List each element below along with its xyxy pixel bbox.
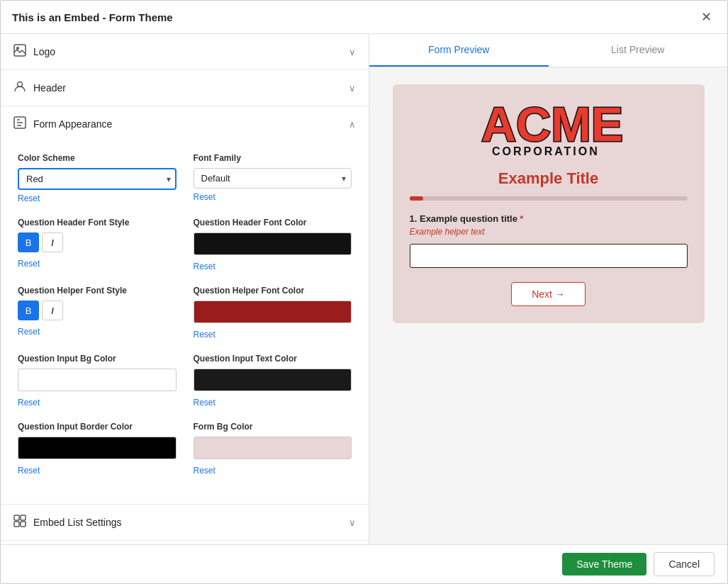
modal-body: Logo ∨ Header ∨ xyxy=(1,34,727,544)
next-button[interactable]: Next → xyxy=(511,282,586,306)
form-question-area: 1. Example question title * Example help… xyxy=(393,213,705,306)
svg-text:ACME: ACME xyxy=(481,99,623,151)
acme-logo-container: ACME CORPORATION xyxy=(393,84,705,169)
accordion-header: Header ∨ xyxy=(1,70,369,106)
color-scheme-group: Color Scheme Red Blue Green Default ▾ xyxy=(18,153,177,203)
accordion-logo-header[interactable]: Logo ∨ xyxy=(1,34,369,69)
left-panel: Logo ∨ Header ∨ xyxy=(1,34,369,544)
accordion-embed-list-header[interactable]: Embed List Settings ∨ xyxy=(1,505,369,540)
form-appearance-chevron: ∧ xyxy=(349,119,356,130)
preview-tabs: Form Preview List Preview xyxy=(369,34,727,67)
form-appearance-body: Color Scheme Red Blue Green Default ▾ xyxy=(1,142,369,504)
font-family-select[interactable]: Default Arial Georgia Verdana xyxy=(194,168,352,189)
cancel-button[interactable]: Cancel xyxy=(654,552,715,576)
question-input-preview xyxy=(410,244,688,268)
modal: This is an Embed - Form Theme ✕ Logo ∨ xyxy=(0,0,728,584)
accordion-form-appearance-label: Form Appearance xyxy=(33,118,112,130)
font-family-select-wrapper: Default Arial Georgia Verdana ▾ xyxy=(194,168,352,189)
svg-rect-7 xyxy=(21,522,26,527)
qh-font-style-label: Question Header Font Style xyxy=(18,218,177,228)
qh-italic-button[interactable]: I xyxy=(42,232,63,252)
question-helper: Example helper text xyxy=(410,227,688,237)
qh-bold-button[interactable]: B xyxy=(18,232,39,252)
logo-chevron: ∨ xyxy=(349,47,356,57)
color-scheme-select-wrapper: Red Blue Green Default ▾ xyxy=(18,168,177,190)
svg-text:CORPORATION: CORPORATION xyxy=(492,145,600,157)
qi-border-color-reset[interactable]: Reset xyxy=(18,466,40,476)
progress-bar-fill xyxy=(410,196,424,201)
qi-text-color-reset[interactable]: Reset xyxy=(194,398,215,408)
accordion-header-label: Header xyxy=(33,82,66,94)
form-bg-color-group: Form Bg Color Reset xyxy=(194,422,352,476)
svg-rect-5 xyxy=(21,515,26,520)
form-bg-color-label: Form Bg Color xyxy=(194,422,352,432)
color-scheme-select[interactable]: Red Blue Green Default xyxy=(18,168,177,190)
qh-font-color-reset[interactable]: Reset xyxy=(194,262,215,271)
accordion-embed-list: Embed List Settings ∨ xyxy=(1,505,369,541)
qhelper-italic-button[interactable]: I xyxy=(42,301,63,320)
modal-title: This is an Embed - Form Theme xyxy=(12,11,173,23)
color-scheme-label: Color Scheme xyxy=(18,153,177,163)
accordion-header-header[interactable]: Header ∨ xyxy=(1,70,369,106)
qh-font-style-buttons: B I xyxy=(18,232,177,252)
tab-list-preview[interactable]: List Preview xyxy=(549,34,728,67)
tab-form-preview[interactable]: Form Preview xyxy=(369,34,549,67)
question-title-row: 1. Example question title * xyxy=(410,213,688,224)
row-border-bg-colors: Question Input Border Color Reset Form B… xyxy=(18,422,352,476)
qh-font-style-reset[interactable]: Reset xyxy=(18,259,40,269)
form-preview-card: ACME CORPORATION Example Title xyxy=(393,84,705,323)
accordion-form-appearance: Form Appearance ∧ Color Scheme Red xyxy=(1,106,369,505)
row-helper-style-color: Question Helper Font Style B I Reset Que… xyxy=(18,286,352,339)
qh-font-style-group: Question Header Font Style B I Reset xyxy=(18,218,177,271)
row-color-font: Color Scheme Red Blue Green Default ▾ xyxy=(18,153,352,203)
font-family-group: Font Family Default Arial Georgia Verdan… xyxy=(194,153,352,203)
qi-bg-color-reset[interactable]: Reset xyxy=(18,398,40,408)
modal-footer: Save Theme Cancel xyxy=(1,544,727,583)
acme-logo-svg: ACME CORPORATION xyxy=(471,99,627,162)
qhelper-font-style-group: Question Helper Font Style B I Reset xyxy=(18,286,177,339)
accordion-logo: Logo ∨ xyxy=(1,34,369,70)
svg-rect-4 xyxy=(14,515,19,520)
progress-bar-container xyxy=(410,196,688,201)
qhelper-font-color-label: Question Helper Font Color xyxy=(194,286,352,296)
color-scheme-reset[interactable]: Reset xyxy=(18,193,40,203)
qhelper-font-color-reset[interactable]: Reset xyxy=(194,330,215,339)
accordion-embed-list-label: Embed List Settings xyxy=(33,517,122,528)
row-header-style-color: Question Header Font Style B I Reset Que… xyxy=(18,218,352,271)
qhelper-bold-button[interactable]: B xyxy=(18,301,39,320)
question-required-indicator: * xyxy=(520,214,524,224)
font-family-reset[interactable]: Reset xyxy=(194,192,215,202)
form-appearance-icon xyxy=(13,116,26,132)
preview-content: ACME CORPORATION Example Title xyxy=(369,67,727,544)
save-theme-button[interactable]: Save Theme xyxy=(562,553,646,575)
qi-text-color-label: Question Input Text Color xyxy=(194,354,352,364)
accordion-form-appearance-header[interactable]: Form Appearance ∧ xyxy=(1,106,369,142)
accordion-logo-label: Logo xyxy=(33,46,55,57)
font-family-label: Font Family xyxy=(194,153,352,163)
logo-icon xyxy=(13,44,26,60)
qi-bg-color-label: Question Input Bg Color xyxy=(18,354,177,364)
qi-bg-color-swatch[interactable] xyxy=(18,369,177,391)
next-btn-container: Next → xyxy=(410,282,688,306)
qh-font-color-label: Question Header Font Color xyxy=(194,218,352,228)
qh-font-color-group: Question Header Font Color Reset xyxy=(194,218,352,271)
embed-list-icon xyxy=(13,515,26,530)
qi-border-color-swatch[interactable] xyxy=(18,437,177,459)
qhelper-font-color-group: Question Helper Font Color Reset xyxy=(194,286,352,339)
question-number: 1. xyxy=(410,213,418,224)
qhelper-font-style-reset[interactable]: Reset xyxy=(18,327,40,337)
header-chevron: ∨ xyxy=(349,83,356,94)
form-bg-color-swatch[interactable] xyxy=(194,437,352,459)
modal-header: This is an Embed - Form Theme ✕ xyxy=(1,1,727,34)
qi-border-color-group: Question Input Border Color Reset xyxy=(18,422,177,476)
qi-text-color-swatch[interactable] xyxy=(194,369,352,391)
embed-list-chevron: ∨ xyxy=(349,517,356,528)
qh-font-color-swatch[interactable] xyxy=(194,232,352,255)
qi-text-color-group: Question Input Text Color Reset xyxy=(194,354,352,408)
close-button[interactable]: ✕ xyxy=(697,9,716,25)
form-bg-color-reset[interactable]: Reset xyxy=(194,466,215,476)
qhelper-font-style-buttons: B I xyxy=(18,301,177,320)
qhelper-font-color-swatch[interactable] xyxy=(194,301,352,323)
question-title-text: Example question title xyxy=(420,213,517,224)
qhelper-font-style-label: Question Helper Font Style xyxy=(18,286,177,296)
